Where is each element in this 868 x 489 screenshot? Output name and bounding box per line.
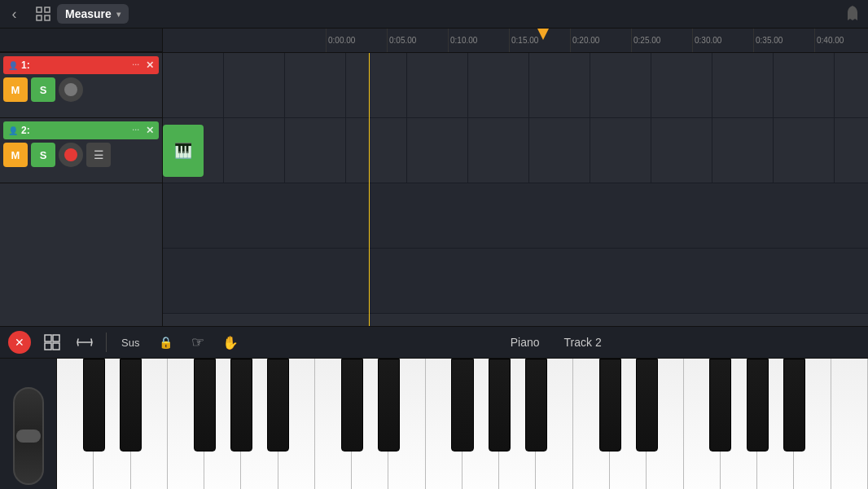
timeline-mark: 0:30.00 bbox=[692, 29, 753, 53]
hand2-button[interactable]: ✋ bbox=[219, 331, 242, 354]
measure-label: Measure bbox=[65, 7, 112, 20]
track-1-title-bar: 👤 1: ⋯ ✕ bbox=[3, 56, 159, 74]
track-1-number: 1: bbox=[21, 59, 132, 71]
keyboard-grid-button[interactable] bbox=[41, 331, 64, 354]
track-2-header: 👤 2: ⋯ ✕ M S ☰ bbox=[0, 118, 162, 183]
keyboard-close-button[interactable]: ✕ bbox=[8, 331, 31, 354]
ghost-icon bbox=[840, 0, 868, 29]
svg-rect-4 bbox=[45, 335, 51, 341]
timeline-mark: 0:40.00 bbox=[814, 29, 868, 53]
svg-rect-5 bbox=[53, 335, 59, 341]
black-key[interactable] bbox=[709, 359, 731, 452]
track-1-header: 👤 1: ⋯ ✕ M S bbox=[0, 53, 162, 118]
measure-dropdown[interactable]: Measure ▾ bbox=[57, 4, 129, 24]
keyboard-toolbar: ✕ Sus 🔒 ☞ ✋ Piano Track 2 bbox=[0, 326, 868, 359]
track-1-close-button[interactable]: ✕ bbox=[146, 59, 154, 71]
black-key[interactable] bbox=[230, 359, 252, 452]
track-label: Track 2 bbox=[564, 336, 602, 349]
track-2-row[interactable]: 🎹 bbox=[163, 118, 868, 183]
empty-row-2 bbox=[163, 249, 868, 314]
track-1-record-button[interactable] bbox=[59, 77, 83, 102]
pitch-wheel-control[interactable] bbox=[13, 387, 44, 485]
track-1-controls: M S bbox=[3, 77, 159, 102]
track-list: 👤 1: ⋯ ✕ M S 👤 2: ⋯ ✕ M S ☰ bbox=[0, 53, 163, 326]
clip-piano-icon: 🎹 bbox=[174, 142, 192, 160]
black-key[interactable] bbox=[599, 359, 621, 452]
black-key[interactable] bbox=[378, 359, 400, 452]
svg-rect-3 bbox=[45, 15, 50, 20]
black-key[interactable] bbox=[783, 359, 805, 452]
track-2-clip[interactable]: 🎹 bbox=[163, 125, 204, 177]
track-1-user-icon: 👤 bbox=[8, 61, 18, 70]
black-key[interactable] bbox=[636, 359, 658, 452]
lock-button[interactable]: 🔒 bbox=[154, 331, 177, 354]
black-key[interactable] bbox=[120, 359, 142, 452]
track-1-mute-button[interactable]: M bbox=[3, 77, 28, 102]
svg-rect-1 bbox=[45, 7, 50, 12]
divider-1 bbox=[106, 333, 107, 352]
playhead-line bbox=[369, 53, 370, 326]
piano-area: C5 C6 C7 bbox=[0, 359, 868, 489]
black-key[interactable] bbox=[341, 359, 363, 452]
svg-rect-0 bbox=[37, 7, 42, 12]
wheel-indicator bbox=[16, 430, 41, 443]
hand-button[interactable]: ☞ bbox=[186, 331, 209, 354]
close-icon: ✕ bbox=[15, 336, 24, 349]
svg-rect-6 bbox=[45, 343, 51, 350]
playhead-indicator bbox=[537, 29, 549, 40]
svg-rect-7 bbox=[53, 343, 59, 350]
black-key[interactable] bbox=[267, 359, 289, 452]
track-content: 🎹 bbox=[163, 53, 868, 326]
black-key[interactable] bbox=[194, 359, 216, 452]
track-2-mute-button[interactable]: M bbox=[3, 143, 28, 167]
dropdown-arrow-icon: ▾ bbox=[116, 10, 121, 19]
black-key[interactable] bbox=[451, 359, 473, 452]
track-1-dots: ⋯ bbox=[132, 61, 139, 69]
main-area: 👤 1: ⋯ ✕ M S 👤 2: ⋯ ✕ M S ☰ bbox=[0, 53, 868, 326]
track-2-record-button[interactable] bbox=[59, 143, 83, 167]
keyboard-arrows-button[interactable] bbox=[73, 331, 96, 354]
track-2-dots: ⋯ bbox=[132, 126, 139, 134]
black-key[interactable] bbox=[525, 359, 547, 452]
black-key[interactable] bbox=[489, 359, 511, 452]
header: ‹ Measure ▾ bbox=[0, 0, 868, 29]
timeline-mark: 0:35.00 bbox=[753, 29, 814, 53]
timeline-mark: 0:05.00 bbox=[387, 29, 448, 53]
empty-row-1 bbox=[163, 183, 868, 249]
track-2-controls: M S ☰ bbox=[3, 143, 159, 167]
pitch-wheel[interactable] bbox=[0, 359, 57, 489]
white-key-c8[interactable] bbox=[831, 359, 868, 489]
track-2-solo-button[interactable]: S bbox=[31, 143, 55, 167]
black-key[interactable] bbox=[747, 359, 769, 452]
timeline-mark: 0:00.00 bbox=[326, 29, 387, 53]
piano-label: Piano bbox=[511, 336, 540, 349]
timeline: 0:00.00 0:05.00 0:10.00 0:15.00 0:20.00 … bbox=[326, 29, 868, 53]
track-1-row[interactable] bbox=[163, 53, 868, 118]
track-1-solo-button[interactable]: S bbox=[31, 77, 55, 102]
track-2-number: 2: bbox=[21, 125, 132, 136]
track-2-user-icon: 👤 bbox=[8, 126, 18, 135]
timeline-mark: 0:10.00 bbox=[448, 29, 509, 53]
svg-rect-2 bbox=[37, 15, 42, 20]
back-button[interactable]: ‹ bbox=[0, 0, 28, 29]
keyboard-center-info: Piano Track 2 bbox=[511, 336, 602, 349]
track-2-list-button[interactable]: ☰ bbox=[86, 143, 111, 167]
sustain-button[interactable]: Sus bbox=[116, 335, 144, 350]
piano-keyboard[interactable]: C5 C6 C7 bbox=[57, 359, 868, 489]
timeline-mark: 0:25.00 bbox=[631, 29, 692, 53]
black-key[interactable] bbox=[83, 359, 105, 452]
grid-icon[interactable] bbox=[28, 0, 57, 29]
track-2-title-bar: 👤 2: ⋯ ✕ bbox=[3, 121, 159, 139]
track-2-close-button[interactable]: ✕ bbox=[146, 125, 154, 136]
timeline-mark: 0:20.00 bbox=[570, 29, 631, 53]
